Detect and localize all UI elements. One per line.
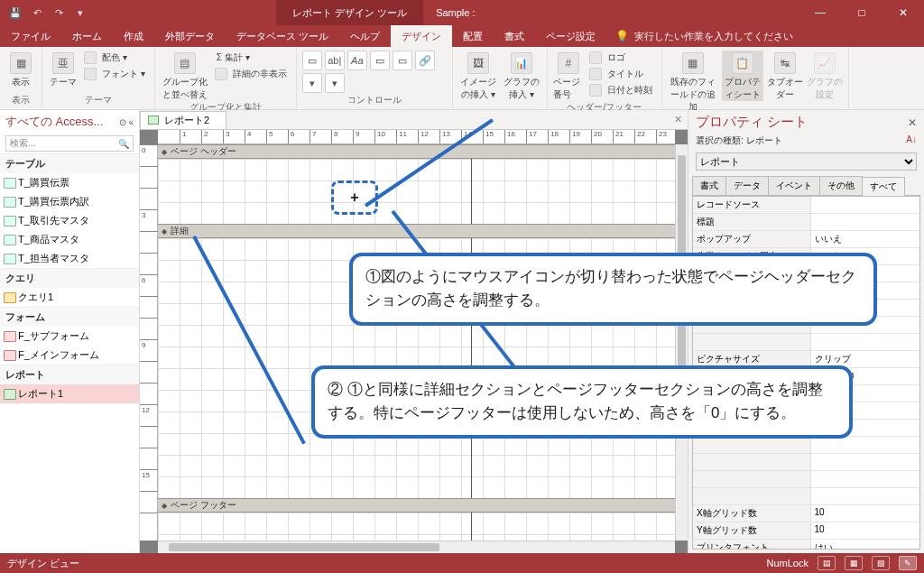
property-row[interactable]: プリンタフォントはい <box>693 540 919 550</box>
nav-item[interactable]: T_購買伝票内訳 <box>0 192 139 211</box>
property-row[interactable]: ポップアップいいえ <box>693 231 919 248</box>
tell-me[interactable]: 💡 実行したい作業を入力してください <box>615 25 793 47</box>
nav-title[interactable]: すべての Access... <box>5 114 103 130</box>
page-number-button[interactable]: #ページ番号 <box>553 51 584 101</box>
view-layout-icon[interactable]: ▧ <box>872 556 890 570</box>
property-row[interactable] <box>693 454 919 471</box>
tab-create[interactable]: 作成 <box>113 25 154 47</box>
prop-tab-all[interactable]: すべて <box>862 177 905 196</box>
nav-item-icon <box>4 235 16 245</box>
controls-gallery[interactable]: ▭ ab| Aa ▭ ▭ 🔗 ▾ ▾ <box>302 51 447 93</box>
tab-order-button[interactable]: ↹タブオーダー <box>767 51 803 101</box>
tab-format[interactable]: 書式 <box>494 25 535 47</box>
textbox-icon[interactable]: ab| <box>325 51 345 70</box>
datetime-button[interactable]: 日付と時刻 <box>587 83 656 97</box>
nav-item[interactable]: F_サブフォーム <box>0 327 139 346</box>
ruler-vertical[interactable]: 03691215 <box>140 144 158 541</box>
tab-arrange[interactable]: 配置 <box>452 25 494 47</box>
nav-section-header[interactable]: テーブル <box>0 153 139 173</box>
view-preview-icon[interactable]: ▦ <box>845 556 863 570</box>
property-row[interactable]: レコードソース <box>693 197 919 214</box>
nav-item[interactable]: T_取引先マスタ <box>0 211 139 230</box>
maximize-button[interactable]: □ <box>841 0 882 25</box>
themes-button[interactable]: 亜テーマ <box>48 51 79 88</box>
doc-tab-close-icon[interactable]: ✕ <box>674 114 688 125</box>
section-page-header-bar[interactable]: ページ ヘッダー <box>158 144 675 159</box>
view-design-icon[interactable]: ✎ <box>899 556 917 570</box>
close-button[interactable]: ✕ <box>882 0 924 25</box>
view-report-icon[interactable]: ▤ <box>818 556 836 570</box>
ruler-horizontal[interactable]: 123456789101112131415161718192021222324 <box>158 130 675 144</box>
tab-pagesetup[interactable]: ページ設定 <box>535 25 606 47</box>
tab-file[interactable]: ファイル <box>0 25 61 47</box>
nav-section-header[interactable]: レポート <box>0 365 139 384</box>
prop-tab-event[interactable]: イベント <box>768 176 820 195</box>
qat-customize-icon[interactable]: ▾ <box>70 3 90 23</box>
prop-tab-format[interactable]: 書式 <box>692 176 726 195</box>
doc-tab-report2[interactable]: レポート2 <box>140 111 226 129</box>
section-detail-bar[interactable]: 詳細 <box>158 224 675 238</box>
nav-section-header[interactable]: フォーム <box>0 307 139 327</box>
add-existing-fields-button[interactable]: ▦既存のフィールドの追加 <box>668 51 718 114</box>
property-row[interactable] <box>693 334 919 351</box>
prop-tab-data[interactable]: データ <box>725 176 769 195</box>
scrollbar-vertical[interactable] <box>675 144 688 541</box>
property-object-selector[interactable]: レポート <box>696 152 917 171</box>
button-icon[interactable]: ▭ <box>370 51 390 70</box>
link-icon[interactable]: 🔗 <box>415 51 435 70</box>
resize-cursor-indicator[interactable]: + <box>331 180 378 215</box>
nav-collapse-icon[interactable]: ⊙ « <box>119 117 134 127</box>
label-icon[interactable]: Aa <box>347 51 367 70</box>
minimize-button[interactable]: — <box>799 0 841 25</box>
title-button[interactable]: タイトル <box>587 67 656 81</box>
tab-icon[interactable]: ▭ <box>393 51 412 70</box>
hide-details-button[interactable]: 詳細の非表示 <box>213 67 291 81</box>
property-row[interactable]: 標題 <box>693 214 919 231</box>
undo-icon[interactable]: ↶ <box>27 3 47 23</box>
tab-home[interactable]: ホーム <box>61 25 113 47</box>
tab-help[interactable]: ヘルプ <box>339 25 391 47</box>
prop-tab-other[interactable]: その他 <box>819 176 863 195</box>
scrollbar-horizontal[interactable] <box>158 541 675 553</box>
section-page-footer-bar[interactable]: ページ フッター <box>158 498 675 513</box>
nav-item[interactable]: T_商品マスタ <box>0 230 139 249</box>
property-row[interactable] <box>693 471 919 488</box>
insert-image-button[interactable]: 🖼イメージの挿入 ▾ <box>458 51 498 101</box>
nav-search-input[interactable]: 検索... 🔍 <box>5 135 134 152</box>
redo-icon[interactable]: ↷ <box>49 3 69 23</box>
nav-item-icon <box>4 389 16 400</box>
property-row[interactable] <box>693 488 919 505</box>
property-sheet-close-icon[interactable]: ✕ <box>908 116 917 129</box>
ribbon: ▦表示 表示 亜テーマ 配色 ▾ フォント ▾ テーマ ▤グループ化と並べ替え … <box>0 47 924 110</box>
tab-dbtools[interactable]: データベース ツール <box>226 25 339 47</box>
groupsort-button[interactable]: ▤グループ化と並べ替え <box>161 51 209 101</box>
sort-icon[interactable]: A↓ <box>906 134 917 147</box>
view-button[interactable]: ▦表示 <box>5 51 36 88</box>
combo-icon[interactable]: ▾ <box>302 73 322 93</box>
fonts-button[interactable]: フォント ▾ <box>82 67 149 81</box>
property-row[interactable]: X軸グリッド数10 <box>693 505 919 522</box>
property-row[interactable]: Y軸グリッド数10 <box>693 522 919 540</box>
nav-section-header[interactable]: クエリ <box>0 268 139 288</box>
chart-settings-button: 📈グラフの設定 <box>807 51 843 101</box>
totals-button[interactable]: Σ 集計 ▾ <box>213 51 291 65</box>
more-controls-icon[interactable]: ▾ <box>325 73 345 93</box>
tab-design[interactable]: デザイン <box>391 25 452 47</box>
select-tool-icon[interactable]: ▭ <box>302 51 322 70</box>
property-sheet: プロパティ シート✕ 選択の種類: レポートA↓ レポート 書式 データ イベン… <box>688 110 924 553</box>
nav-item[interactable]: レポート1 <box>0 384 139 403</box>
nav-item[interactable]: T_購買伝票 <box>0 173 139 192</box>
insert-chart-button[interactable]: 📊グラフの挿入 ▾ <box>502 51 541 101</box>
nav-item-icon <box>4 197 16 208</box>
property-sheet-button[interactable]: 📋プロパティシート <box>722 51 763 101</box>
nav-item[interactable]: T_担当者マスタ <box>0 249 139 268</box>
colors-button[interactable]: 配色 ▾ <box>82 51 149 65</box>
property-row[interactable] <box>693 437 919 454</box>
nav-item[interactable]: クエリ1 <box>0 288 139 307</box>
logo-button[interactable]: ロゴ <box>587 51 656 65</box>
nav-item[interactable]: F_メインフォーム <box>0 346 139 365</box>
tab-external[interactable]: 外部データ <box>154 25 226 47</box>
status-view-label: デザイン ビュー <box>7 557 79 570</box>
callout-1: ①図のようにマウスアイコンが切り替わった状態でページヘッダーセクションの高さを調… <box>349 253 877 326</box>
save-icon[interactable]: 💾 <box>5 3 25 23</box>
